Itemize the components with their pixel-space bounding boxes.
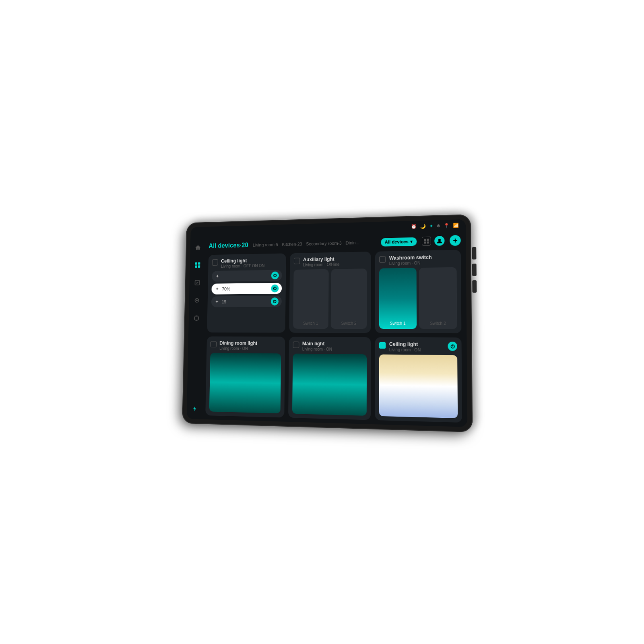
brightness-icon-3: ✦	[214, 299, 219, 305]
card-header-ceiling: Ceiling light Living room · OFF ON ON	[212, 257, 282, 268]
wifi-icon: 📶	[453, 223, 459, 228]
add-device-button[interactable]: +	[450, 235, 461, 246]
room-tab-living[interactable]: Living room·5	[253, 242, 278, 248]
light-control-row-3[interactable]: ✦ 15	[211, 296, 282, 307]
card-icon-washroom	[379, 256, 386, 262]
card-title-dining: Dining room light	[219, 341, 281, 347]
moon-icon: 🌙	[420, 223, 426, 229]
device-card-ceiling-light-1[interactable]: Ceiling light Living room · OFF ON ON ✦	[207, 253, 286, 332]
card-header-auxiliary: Auxiliary light Living room · Off-line	[293, 256, 367, 267]
location-icon: 📍	[444, 223, 450, 229]
side-button-3	[472, 280, 477, 293]
svg-point-6	[196, 299, 198, 301]
card-header-main: Main light Living room · ON	[293, 341, 367, 352]
switch-label-washroom-1: Switch 1	[390, 321, 406, 326]
svg-point-12	[438, 239, 441, 241]
teal-gradient-dining	[209, 353, 281, 413]
brightness-icon-1: ✦	[215, 274, 220, 279]
card-visual-ceiling2	[379, 355, 458, 418]
card-header-washroom: Washroom switch Living room · ON	[379, 254, 456, 266]
light-control-row-2[interactable]: ✦ 70%	[211, 283, 282, 295]
card-title-auxiliary: Auxiliary light	[303, 256, 367, 262]
light-control-row-1[interactable]: ✦	[212, 270, 282, 282]
card-header-dining: Dining room light Living room · ON	[211, 341, 281, 351]
sidebar-item-lightning[interactable]	[189, 403, 200, 415]
sidebar-item-devices[interactable]	[192, 260, 203, 270]
tablet-device: ⏰ 🌙 ✦ ❄ 📍 📶	[182, 214, 473, 432]
teal-gradient-main	[292, 354, 367, 416]
svg-rect-8	[424, 239, 426, 241]
switch-btn-washroom-1[interactable]: Switch 1	[379, 268, 416, 329]
card-icon-auxiliary	[293, 258, 300, 264]
card-subtitle-ceiling2: Living room · ON	[389, 348, 444, 353]
card-title-group-dining: Dining room light Living room · ON	[219, 341, 281, 351]
device-card-washroom-switch[interactable]: Washroom switch Living room · ON Switch …	[375, 250, 461, 333]
switch-area-auxiliary: Switch 1 Switch 2	[293, 269, 367, 329]
card-subtitle-washroom: Living room · ON	[389, 260, 457, 266]
sidebar-item-scenes[interactable]	[192, 295, 202, 306]
brightness-icon-2: ✦	[215, 287, 220, 292]
room-tab-dining[interactable]: Dinin...	[346, 240, 359, 246]
tablet-screen: ⏰ 🌙 ✦ ❄ 📍 📶	[187, 219, 468, 427]
sidebar-item-tasks[interactable]	[192, 277, 202, 288]
switch-area-washroom: Switch 1 Switch 2	[379, 267, 457, 329]
card-subtitle-main: Living room · ON	[302, 347, 367, 352]
switch-btn-auxiliary-2[interactable]: Switch 2	[331, 269, 367, 329]
main-area: All devices·20 Living room·5 Kitchen·23 …	[187, 231, 468, 427]
page-title: All devices·20	[208, 242, 248, 250]
sidebar-item-home[interactable]	[193, 242, 203, 253]
light-controls: ✦ ✦ 70%	[211, 270, 282, 329]
power-btn-1[interactable]	[271, 272, 279, 280]
room-tab-secondary[interactable]: Secondary room·3	[306, 241, 341, 246]
card-icon-ceiling2	[379, 342, 386, 349]
card-icon-dining	[211, 341, 217, 347]
grid-icon[interactable]	[422, 237, 431, 246]
switch-btn-washroom-2[interactable]: Switch 2	[419, 267, 457, 329]
header-icons	[422, 236, 445, 246]
switch-label-auxiliary-2: Switch 2	[341, 321, 357, 326]
switch-label-washroom-2: Switch 2	[430, 321, 446, 326]
brightness-value-2: 70%	[222, 286, 268, 291]
room-tabs: Living room·5 Kitchen·23 Secondary room·…	[253, 240, 376, 248]
card-visual-main	[292, 354, 367, 416]
card-icon-main	[293, 342, 299, 348]
brightness-value-3: 15	[222, 299, 268, 304]
card-title-group-auxiliary: Auxiliary light Living room · Off-line	[303, 256, 367, 267]
user-avatar[interactable]	[434, 236, 444, 246]
card-title-ceiling2: Ceiling light	[389, 341, 444, 348]
device-card-main-light[interactable]: Main light Living room · ON	[288, 337, 371, 420]
bluetooth-icon: ✦	[429, 223, 433, 229]
svg-rect-11	[427, 242, 429, 244]
device-card-ceiling-light-2[interactable]: Ceiling light Living room · ON	[375, 337, 462, 423]
room-tab-kitchen[interactable]: Kitchen·23	[282, 242, 302, 247]
card-header-ceiling2: Ceiling light Living room · ON	[379, 341, 457, 353]
device-card-dining-room-light[interactable]: Dining room light Living room · ON	[205, 336, 285, 418]
card-title-main: Main light	[302, 341, 367, 347]
side-button-1	[472, 247, 477, 260]
svg-rect-9	[427, 239, 429, 241]
snow-icon: ❄	[436, 223, 440, 228]
power-button-ceiling2[interactable]	[448, 342, 457, 351]
card-title-ceiling: Ceiling light	[221, 257, 282, 264]
svg-rect-2	[195, 265, 197, 268]
color-gradient-ceiling2	[379, 355, 458, 418]
power-btn-3[interactable]	[270, 297, 278, 305]
svg-rect-3	[198, 265, 200, 268]
switch-label-auxiliary-1: Switch 1	[303, 321, 318, 326]
svg-rect-10	[424, 242, 426, 244]
card-subtitle-dining: Living room · ON	[219, 347, 281, 351]
svg-rect-1	[198, 262, 200, 265]
device-grid: Ceiling light Living room · OFF ON ON ✦	[205, 250, 462, 423]
side-buttons	[472, 247, 477, 293]
sidebar-item-compass[interactable]	[191, 313, 202, 324]
content-area: All devices·20 Living room·5 Kitchen·23 …	[202, 231, 468, 427]
power-btn-2[interactable]	[271, 285, 279, 293]
svg-rect-0	[195, 262, 198, 265]
card-subtitle-auxiliary: Living room · Off-line	[303, 262, 367, 268]
brightness-label-1	[222, 276, 269, 277]
device-card-auxiliary-light[interactable]: Auxiliary light Living room · Off-line S…	[289, 252, 371, 333]
switch-btn-auxiliary-1[interactable]: Switch 1	[293, 269, 329, 329]
card-visual-dining	[209, 353, 281, 413]
all-devices-button[interactable]: All devices ▾	[381, 237, 417, 246]
card-title-group-ceiling: Ceiling light Living room · OFF ON ON	[221, 257, 282, 268]
